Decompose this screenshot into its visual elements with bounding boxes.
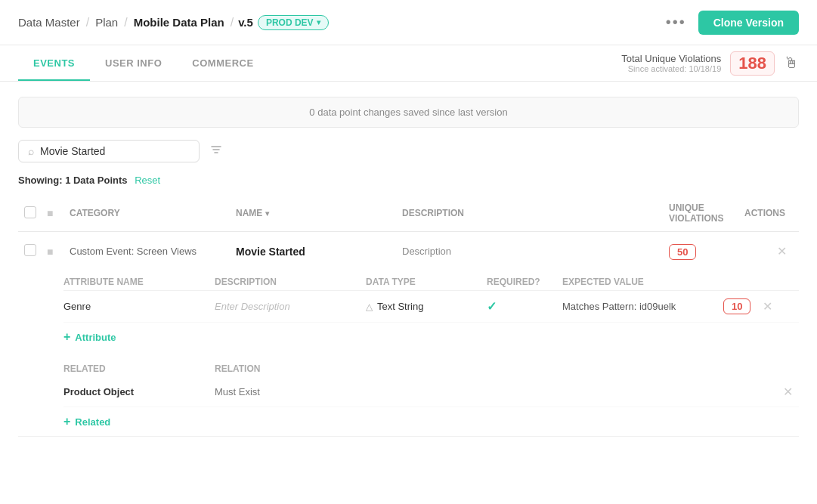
add-attr-label: Attribute <box>75 332 116 343</box>
attr-violations-badge: 10 <box>723 298 750 314</box>
related-val: Must Exist <box>215 386 723 397</box>
related-name: Product Object <box>63 386 215 397</box>
env-tag[interactable]: PROD DEV ▾ <box>258 15 329 30</box>
ath-name: Attribute Name <box>63 277 215 287</box>
attr-row: Genre Enter Description △ Text String ✓ … <box>63 291 799 323</box>
violations-count: 188 <box>730 51 775 76</box>
event-violations: 50 <box>663 243 738 261</box>
th-name-label: Name <box>236 208 262 218</box>
data-type-cell: △ Text String <box>366 301 487 312</box>
attributes-section: Attribute Name Description Data Type Req… <box>18 271 799 351</box>
add-related-button[interactable]: + Related <box>63 407 110 436</box>
th-actions: Actions <box>738 205 799 221</box>
related-actions: ✕ <box>723 385 799 399</box>
breadcrumb: Data Master / Plan / Mobile Data Plan <box>18 16 224 29</box>
menu-icon: ■ <box>47 207 53 219</box>
related-row: Product Object Must Exist ✕ <box>63 377 799 407</box>
showing-count: 1 <box>65 175 70 186</box>
tab-events[interactable]: EVENTS <box>18 45 90 81</box>
event-main-row: ■ Custom Event: Screen Views Movie Start… <box>18 232 799 271</box>
violations-summary: Total Unique Violations Since activated:… <box>621 51 799 76</box>
showing-unit: Data Points <box>73 175 128 186</box>
more-button[interactable]: ••• <box>666 14 686 31</box>
event-actions: ✕ <box>738 241 799 261</box>
tab-user-info[interactable]: USER INFO <box>90 45 177 81</box>
tab-commerce[interactable]: COMMERCE <box>177 45 268 81</box>
attr-header: Attribute Name Description Data Type Req… <box>63 271 799 291</box>
search-icon: ⌕ <box>28 145 34 157</box>
row-checkbox-input[interactable] <box>24 244 36 256</box>
th-menu: ■ <box>41 204 63 222</box>
row-menu-icon[interactable]: ■ <box>47 246 53 258</box>
top-bar-right: ••• Clone Version <box>666 11 799 35</box>
event-delete-button[interactable]: ✕ <box>771 244 793 258</box>
breadcrumb-mobile-data-plan[interactable]: Mobile Data Plan <box>134 16 224 29</box>
search-input[interactable] <box>40 145 161 157</box>
th-description: Description <box>396 205 663 221</box>
event-row: ■ Custom Event: Screen Views Movie Start… <box>18 232 799 437</box>
search-box: ⌕ <box>18 140 200 162</box>
attr-desc[interactable]: Enter Description <box>215 301 366 312</box>
breadcrumb-sep-2: / <box>124 16 127 29</box>
rh-actions <box>723 363 799 374</box>
breadcrumb-data-master[interactable]: Data Master <box>18 16 80 29</box>
data-points-banner: 0 data point changes saved since last ve… <box>18 97 799 128</box>
row-checkbox <box>18 241 41 261</box>
add-attribute-button[interactable]: + Attribute <box>63 323 116 351</box>
reset-link[interactable]: Reset <box>135 175 160 186</box>
type-icon: △ <box>366 301 373 312</box>
related-delete-button[interactable]: ✕ <box>777 385 799 399</box>
related-header: Related Relation <box>63 357 799 377</box>
th-name[interactable]: Name ▾ <box>230 205 396 221</box>
showing-label: Showing: <box>18 175 63 186</box>
showing-row: Showing: 1 Data Points Reset <box>18 175 799 186</box>
attr-name: Genre <box>63 301 215 312</box>
env-chevron-icon: ▾ <box>317 18 320 26</box>
attr-delete-button[interactable]: ✕ <box>757 299 778 314</box>
ath-actions <box>723 277 799 287</box>
th-checkbox <box>18 203 41 224</box>
ath-expected: Expected Value <box>562 277 723 287</box>
header-checkbox[interactable] <box>24 206 36 218</box>
rh-related: Related <box>63 363 215 374</box>
event-category: Custom Event: Screen Views <box>63 243 230 260</box>
attr-actions: 10 ✕ <box>723 298 799 314</box>
breadcrumb-plan[interactable]: Plan <box>95 16 118 29</box>
related-plus-icon: + <box>63 415 70 428</box>
clone-version-button[interactable]: Clone Version <box>698 11 799 35</box>
ath-required: Required? <box>487 277 562 287</box>
ath-description: Description <box>215 277 366 287</box>
row-menu: ■ <box>41 243 63 261</box>
top-bar: Data Master / Plan / Mobile Data Plan / … <box>0 0 817 45</box>
violations-label: Total Unique Violations Since activated:… <box>621 53 721 73</box>
th-violations: Unique Violations <box>663 199 738 227</box>
rh-relation: Relation <box>215 363 723 374</box>
env-label: PROD DEV <box>266 17 314 28</box>
sort-icon: ▾ <box>265 209 269 218</box>
ath-data-type: Data Type <box>366 277 487 287</box>
add-related-label: Related <box>75 416 110 428</box>
filter-button[interactable] <box>207 141 225 162</box>
event-violations-badge: 50 <box>669 244 696 260</box>
search-row: ⌕ <box>18 140 799 162</box>
tabs-row: EVENTS USER INFO COMMERCE Total Unique V… <box>0 45 817 82</box>
data-type-label: Text String <box>377 301 423 312</box>
plus-icon: + <box>63 330 70 344</box>
version-label: v.5 <box>238 16 253 29</box>
violations-sub: Since activated: 10/18/19 <box>621 64 721 73</box>
breadcrumb-sep-1: / <box>86 16 89 29</box>
violations-title: Total Unique Violations <box>621 53 721 64</box>
cursor-icon: 🖱 <box>784 54 799 72</box>
table-header: ■ Category Name ▾ Description Unique Vio… <box>18 195 799 232</box>
expected-val: Matches Pattern: id09uelk <box>562 301 723 312</box>
required-cell: ✓ <box>487 299 562 314</box>
related-section: Related Relation Product Object Must Exi… <box>18 357 799 436</box>
checkmark-icon: ✓ <box>487 300 497 313</box>
event-description: Description <box>396 243 663 260</box>
th-category: Category <box>63 205 230 221</box>
version-badge: / v.5 PROD DEV ▾ <box>231 15 329 30</box>
banner-text: 0 data point changes saved since last ve… <box>309 107 507 118</box>
event-name: Movie Started <box>230 243 396 261</box>
content-area: 0 data point changes saved since last ve… <box>0 82 817 452</box>
